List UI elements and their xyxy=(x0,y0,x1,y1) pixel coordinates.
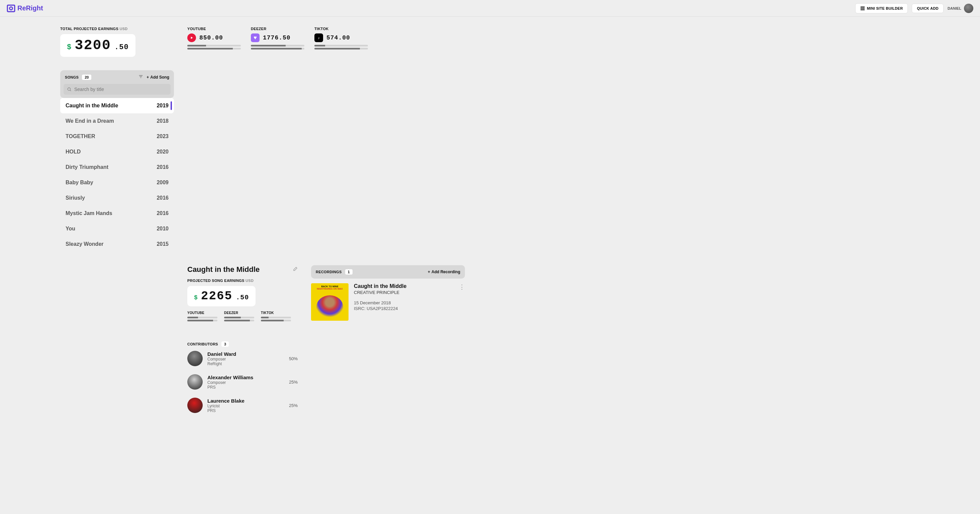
contributor-role: Composer xyxy=(207,357,284,361)
song-item-title: We End in a Dream xyxy=(65,118,114,124)
contributor-share: 25% xyxy=(289,380,298,385)
songs-label: SONGS xyxy=(65,75,79,79)
song-item-year: 2010 xyxy=(156,226,169,232)
svg-line-9 xyxy=(70,90,71,91)
song-item-year: 2020 xyxy=(156,149,169,155)
recording-card[interactable]: BACK TO MINE NIGHTMARES ON WAX Caught in… xyxy=(311,283,465,321)
song-item[interactable]: Dirty Triumphant2016 xyxy=(60,159,174,175)
song-item-title: Siriusly xyxy=(65,195,85,201)
song-item-title: You xyxy=(65,226,75,232)
contributor-avatar xyxy=(187,398,203,413)
song-item[interactable]: Mystic Jam Hands2016 xyxy=(60,206,174,221)
song-earnings-value: $ 2265 .50 xyxy=(187,286,256,306)
filter-icon[interactable] xyxy=(138,74,143,80)
add-recording-button[interactable]: + Add Recording xyxy=(428,269,460,274)
song-search-input[interactable] xyxy=(74,87,167,92)
recordings-label: RECORDINGS xyxy=(316,270,342,274)
song-item[interactable]: We End in a Dream2018 xyxy=(60,113,174,129)
svg-rect-3 xyxy=(862,6,862,10)
selected-song-title: Caught in the Middle xyxy=(187,265,259,274)
platform-value: 1776.50 xyxy=(263,35,291,41)
recordings-count: 1 xyxy=(345,269,353,275)
svg-rect-4 xyxy=(864,6,864,10)
song-item[interactable]: Sleazy Wonder2015 xyxy=(60,236,174,252)
youtube-icon xyxy=(187,33,196,42)
svg-point-1 xyxy=(10,7,13,10)
user-name: DANIEL xyxy=(948,6,961,10)
platform-value: 574.00 xyxy=(326,35,350,41)
sliders-icon xyxy=(860,6,865,11)
platform-tiktok: TIKTOK♪574.00 xyxy=(314,27,368,49)
platform-deezer: DEEZER♥1776.50 xyxy=(251,27,304,49)
recording-title: Caught in the Middle xyxy=(354,283,453,289)
contributors-count: 3 xyxy=(221,341,229,347)
song-item-title: Caught in the Middle xyxy=(65,103,118,109)
contributor-org: PRS xyxy=(207,385,284,390)
svg-rect-2 xyxy=(861,6,861,10)
recording-isrc: ISRC: USA2P1822224 xyxy=(354,306,453,311)
contributor-avatar xyxy=(187,374,203,390)
song-earnings-label: PROJECTED SONG EARNINGS USD xyxy=(187,278,298,283)
search-icon xyxy=(67,87,72,92)
contributor-share: 25% xyxy=(289,403,298,408)
contributor-role: Lyricist xyxy=(207,404,284,408)
recording-more-icon[interactable]: ⋮ xyxy=(459,283,465,321)
add-song-label: Add Song xyxy=(150,75,169,80)
song-item[interactable]: You2010 xyxy=(60,221,174,236)
contributor-row[interactable]: Alexander WilliamsComposerPRS25% xyxy=(187,370,298,394)
contributor-share: 50% xyxy=(289,356,298,361)
svg-marker-10 xyxy=(191,37,193,39)
add-song-button[interactable]: + Add Song xyxy=(146,75,169,80)
song-item-title: Sleazy Wonder xyxy=(65,241,104,247)
platform-youtube: YOUTUBE850.00 xyxy=(187,27,241,49)
contributor-avatar xyxy=(187,351,203,366)
song-item-year: 2018 xyxy=(156,118,169,124)
song-item-title: Dirty Triumphant xyxy=(65,164,108,170)
brand-icon xyxy=(7,4,15,13)
song-item[interactable]: HOLD2020 xyxy=(60,144,174,159)
song-item-year: 2009 xyxy=(156,180,169,186)
song-item-year: 2023 xyxy=(156,134,169,140)
svg-rect-0 xyxy=(7,5,15,12)
album-art: BACK TO MINE NIGHTMARES ON WAX xyxy=(311,283,348,321)
contributor-row[interactable]: Laurence BlakeLyricistPRS25% xyxy=(187,394,298,417)
contributor-name: Laurence Blake xyxy=(207,398,284,404)
platform-label: DEEZER xyxy=(224,311,254,315)
song-item-year: 2016 xyxy=(156,210,169,216)
song-search[interactable] xyxy=(64,84,170,95)
total-earnings-value: $ 3200 .50 xyxy=(60,34,135,57)
contributor-name: Daniel Ward xyxy=(207,351,284,357)
brand-logo[interactable]: ReRight xyxy=(7,4,43,13)
user-menu[interactable]: DANIEL xyxy=(948,4,973,13)
tiktok-icon: ♪ xyxy=(314,33,323,42)
song-item-title: TOGETHER xyxy=(65,134,95,140)
plus-icon: + xyxy=(428,269,430,274)
add-recording-label: Add Recording xyxy=(431,269,460,274)
song-item[interactable]: TOGETHER2023 xyxy=(60,129,174,144)
contributor-org: PRS xyxy=(207,408,284,413)
user-avatar xyxy=(964,4,973,13)
song-item[interactable]: Siriusly2016 xyxy=(60,190,174,206)
platform-label: YOUTUBE xyxy=(187,27,241,31)
mini-site-builder-label: MINI SITE BUILDER xyxy=(867,6,903,10)
song-item-title: Mystic Jam Hands xyxy=(65,210,112,216)
song-platform-deezer: DEEZER xyxy=(224,311,254,321)
platform-label: TIKTOK xyxy=(314,27,368,31)
brand-name: ReRight xyxy=(18,4,43,12)
recording-artist: CREATIVE PRINCIPLE xyxy=(354,290,453,295)
song-item-year: 2019 xyxy=(156,103,169,109)
mini-site-builder-button[interactable]: MINI SITE BUILDER xyxy=(855,3,908,13)
platform-label: DEEZER xyxy=(251,27,304,31)
svg-point-8 xyxy=(68,88,70,90)
deezer-icon: ♥ xyxy=(251,33,259,42)
edit-song-icon[interactable] xyxy=(292,267,298,273)
song-item[interactable]: Baby Baby2009 xyxy=(60,175,174,190)
contributor-row[interactable]: Daniel WardComposerReRight50% xyxy=(187,347,298,370)
contributors-label: CONTRIBUTORS xyxy=(187,342,218,346)
song-item-year: 2016 xyxy=(156,164,169,170)
quick-add-button[interactable]: QUICK ADD xyxy=(912,4,943,13)
song-platform-youtube: YOUTUBE xyxy=(187,311,217,321)
contributor-role: Composer xyxy=(207,380,284,385)
song-item[interactable]: Caught in the Middle2019 xyxy=(60,98,174,113)
plus-icon: + xyxy=(146,75,149,80)
